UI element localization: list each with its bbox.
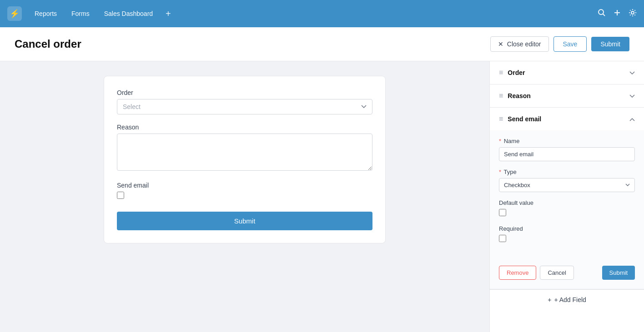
sidebar-section-order-header[interactable]: ≡ Order	[490, 61, 644, 84]
drag-icon-reason: ≡	[499, 92, 503, 100]
sidebar-section-order: ≡ Order	[490, 61, 644, 84]
add-field-icon: +	[548, 296, 551, 303]
drag-icon-order: ≡	[499, 69, 503, 77]
remove-button[interactable]: Remove	[499, 266, 536, 280]
type-field-label: * Type	[499, 168, 635, 175]
reason-label: Reason	[117, 124, 372, 131]
app-logo: ⚡	[7, 6, 22, 21]
form-field-reason: Reason	[117, 124, 372, 173]
nav-item-reports[interactable]: Reports	[29, 7, 62, 20]
add-icon[interactable]	[613, 9, 621, 19]
form-field-send-email: Send email	[117, 182, 372, 199]
send-email-wrapper	[117, 192, 372, 199]
type-required-star: *	[499, 168, 501, 175]
sidebar-name-row: * Name	[499, 138, 635, 161]
sidebar-section-reason: ≡ Reason	[490, 84, 644, 108]
form-card: Order Select Reason Send email Submit	[104, 76, 386, 243]
name-input[interactable]	[499, 147, 635, 161]
sidebar-section-send-email: ≡ Send email * Name	[490, 108, 644, 289]
svg-line-1	[603, 14, 605, 16]
right-sidebar: ≡ Order ≡ Reason	[489, 61, 644, 332]
topnav: ⚡ Reports Forms Sales Dashboard +	[0, 0, 644, 27]
order-label: Order	[117, 89, 372, 96]
topnav-right	[598, 9, 637, 19]
nav-add-button[interactable]: +	[162, 7, 175, 21]
chevron-down-icon-order	[629, 69, 635, 76]
chevron-down-icon-reason	[629, 92, 635, 99]
submit-main-button[interactable]: Submit	[591, 37, 629, 51]
sidebar-required-row: Required	[499, 225, 635, 244]
send-email-body: * Name * Type Checkbox Text Number	[490, 130, 644, 258]
order-section-title: Order	[508, 69, 629, 76]
form-area: Order Select Reason Send email Submit	[0, 61, 489, 332]
svg-point-0	[599, 10, 604, 15]
default-value-checkbox[interactable]	[499, 209, 506, 216]
default-value-label: Default value	[499, 199, 635, 206]
send-email-label: Send email	[117, 182, 372, 189]
main-layout: Order Select Reason Send email Submit	[0, 61, 644, 332]
search-icon[interactable]	[598, 9, 606, 19]
name-required-star: *	[499, 138, 501, 144]
sidebar-section-reason-header[interactable]: ≡ Reason	[490, 84, 644, 107]
chevron-up-icon-send-email	[629, 115, 635, 123]
nav-item-forms[interactable]: Forms	[66, 7, 95, 20]
required-label: Required	[499, 225, 635, 232]
add-field-label: + Add Field	[554, 296, 586, 303]
svg-point-4	[631, 11, 634, 14]
cancel-button[interactable]: Cancel	[540, 266, 574, 280]
form-submit-button[interactable]: Submit	[117, 212, 372, 230]
settings-icon[interactable]	[629, 9, 637, 19]
sidebar-section-send-email-header[interactable]: ≡ Send email	[490, 108, 644, 130]
sidebar-default-row: Default value	[499, 199, 635, 218]
send-email-section-title: Send email	[508, 115, 629, 123]
form-field-order: Order Select	[117, 89, 372, 114]
sidebar-submit-button[interactable]: Submit	[602, 266, 635, 280]
page-header: Cancel order ✕ Close editor Save Submit	[0, 27, 644, 61]
reason-textarea[interactable]	[117, 134, 372, 171]
drag-icon-send-email: ≡	[499, 115, 503, 123]
page-title: Cancel order	[15, 38, 490, 50]
close-icon: ✕	[498, 40, 503, 48]
header-actions: ✕ Close editor Save Submit	[490, 36, 629, 52]
name-field-label: * Name	[499, 138, 635, 144]
close-editor-button[interactable]: ✕ Close editor	[490, 36, 549, 52]
nav-item-sales-dashboard[interactable]: Sales Dashboard	[99, 7, 158, 20]
type-select[interactable]: Checkbox Text Number Date Select	[499, 178, 635, 192]
reason-section-title: Reason	[508, 92, 629, 99]
sidebar-footer-actions: Remove Cancel Submit	[490, 258, 644, 289]
required-checkbox[interactable]	[499, 235, 506, 242]
add-field-button[interactable]: + + Add Field	[490, 289, 644, 310]
order-select[interactable]: Select	[117, 99, 372, 114]
send-email-checkbox[interactable]	[117, 192, 124, 199]
save-button[interactable]: Save	[553, 36, 587, 52]
sidebar-type-row: * Type Checkbox Text Number Date Select	[499, 168, 635, 192]
